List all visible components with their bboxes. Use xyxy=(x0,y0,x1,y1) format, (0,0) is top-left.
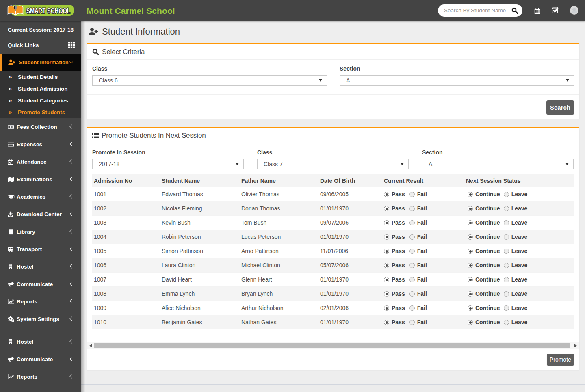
svg-text:SMART SCHOOL: SMART SCHOOL xyxy=(26,6,70,15)
